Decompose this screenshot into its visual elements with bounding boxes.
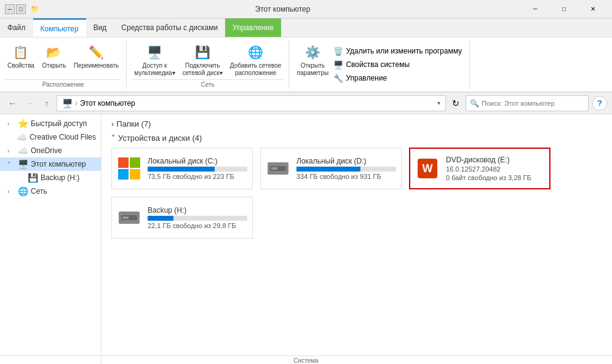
win-close-btn[interactable]: ✕ (579, 0, 607, 18)
folders-chevron: › (111, 119, 114, 129)
address-separator: › (75, 99, 77, 108)
drive-e-subtitle: 16.0.12527.20482 (446, 165, 544, 173)
drive-e[interactable]: W DVD-дисковод (E:) 16.0.12527.20482 0 б… (409, 148, 550, 189)
onedrive-icon: ☁️ (17, 146, 28, 156)
tab-manage[interactable]: Управление (225, 18, 281, 37)
windows-logo (118, 157, 140, 180)
folders-section-header[interactable]: › Папки (7) (111, 119, 602, 129)
btn-open[interactable]: 📂 Открыть (39, 41, 69, 71)
sidebar-item-network[interactable]: › 🌐 Сеть (0, 184, 101, 198)
creative-cloud-label: Creative Cloud Files (30, 133, 96, 141)
location-items: 📋 Свойства 📂 Открыть ✏️ Переименовать (5, 41, 121, 78)
search-icon: 🔍 (470, 99, 479, 108)
btn-remove-program[interactable]: 🗑️ Удалить или изменить программу (331, 45, 464, 57)
drive-d-name: Локальный диск (D:) (296, 157, 396, 165)
win-q-red (118, 157, 129, 168)
btn-manage-system[interactable]: 🔧 Управление (331, 72, 464, 84)
tab-computer[interactable]: Компьютер (33, 18, 86, 37)
sidebar-item-quick-access[interactable]: › ⭐ Быстрый доступ (0, 117, 101, 130)
open-icon: 📂 (44, 42, 64, 62)
drive-d[interactable]: Локальный диск (D:) 334 ГБ свободно из 9… (260, 148, 402, 189)
this-pc-icon: 🖥️ (17, 159, 28, 169)
tab-file[interactable]: Файл (0, 18, 33, 37)
onedrive-chevron: › (7, 148, 15, 154)
address-pc-icon: 🖥️ (62, 98, 73, 108)
media-label: Доступ кмультимедиа▾ (134, 62, 175, 77)
drives-chevron: ˅ (111, 133, 116, 143)
win-q-blue (118, 169, 129, 180)
back-btn[interactable]: ← (5, 96, 20, 111)
onedrive-label: OneDrive (31, 146, 62, 155)
manage-label: Управление (346, 74, 387, 82)
drive-h-bar-bg (148, 216, 247, 221)
add-location-label: Добавить сетевоерасположение (230, 62, 282, 77)
sidebar-item-this-pc[interactable]: ˅ 🖥️ Этот компьютер (0, 157, 101, 171)
hdd-h-svg (117, 209, 141, 226)
ribbon-group-system: ⚙️ Открытьпараметры 🗑️ Удалить или измен… (289, 40, 470, 89)
btn-system-props[interactable]: 🖥️ Свойства системы (331, 58, 464, 71)
ribbon-group-network: 🖥️ Доступ кмультимедиа▾ 💾 Подключитьсете… (127, 40, 289, 89)
drive-d-info: Локальный диск (D:) 334 ГБ свободно из 9… (296, 157, 396, 180)
title-bar: ─ □ 📁 Этот компьютер ─ □ ✕ (0, 0, 612, 18)
remove-program-label: Удалить или изменить программу (346, 47, 462, 55)
win-minimize-btn[interactable]: ─ (521, 0, 549, 18)
system-group-label: Система (0, 355, 612, 364)
address-path: Этот компьютер (80, 99, 135, 108)
window-actions: ─ □ ✕ (521, 0, 607, 18)
drive-c-icon (117, 156, 141, 181)
minimize-btn[interactable]: ─ (5, 4, 15, 14)
settings-label: Открытьпараметры (297, 62, 329, 77)
sidebar-item-onedrive[interactable]: › ☁️ OneDrive (0, 144, 101, 157)
btn-open-settings[interactable]: ⚙️ Открытьпараметры (294, 41, 331, 88)
win-maximize-btn[interactable]: □ (550, 0, 578, 18)
drive-c-bar-fill (148, 167, 215, 172)
drive-c[interactable]: Локальный диск (C:) 73,5 ГБ свободно из … (111, 148, 253, 189)
network-group-label: Сеть (132, 79, 284, 88)
btn-media[interactable]: 🖥️ Доступ кмультимедиа▾ (132, 41, 177, 78)
svg-rect-7 (122, 216, 129, 219)
address-input[interactable]: 🖥️ › Этот компьютер ▾ (57, 95, 446, 111)
network-label: Сеть (31, 187, 47, 196)
drive-h[interactable]: Backup (H:) 22,1 ГБ свободно из 29,8 ГБ (111, 197, 253, 239)
drive-d-size: 334 ГБ свободно из 931 ГБ (296, 173, 396, 180)
quick-access-chevron: › (7, 121, 15, 127)
drive-c-name: Локальный диск (C:) (148, 157, 247, 165)
btn-add-location[interactable]: 🌐 Добавить сетевоерасположение (228, 41, 284, 78)
search-box: 🔍 (466, 95, 589, 111)
search-input[interactable] (482, 100, 584, 107)
location-group-label: Расположение (5, 79, 121, 88)
map-drive-label: Подключитьсетевой диск▾ (183, 62, 223, 77)
main-area: › ⭐ Быстрый доступ ☁️ Creative Cloud Fil… (0, 114, 612, 364)
ribbon: Файл Компьютер Вид Средства работы с дис… (0, 18, 612, 92)
drives-section-header[interactable]: ˅ Устройства и диски (4) (111, 133, 602, 143)
properties-label: Свойства (7, 62, 34, 69)
network-items: 🖥️ Доступ кмультимедиа▾ 💾 Подключитьсете… (132, 41, 284, 78)
svg-text:W: W (423, 162, 433, 175)
drive-c-size: 73,5 ГБ свободно из 223 ГБ (148, 173, 247, 180)
tab-disk-tools[interactable]: Средства работы с дисками (114, 18, 225, 37)
help-btn[interactable]: ? (592, 96, 607, 111)
address-dropdown[interactable]: ▾ (437, 100, 440, 106)
drive-d-icon (266, 156, 290, 181)
drive-e-icon: W (415, 156, 440, 181)
system-props-label: Свойства системы (346, 60, 410, 69)
sidebar-item-backup-h[interactable]: 💾 Backup (H:) (0, 171, 101, 184)
ribbon-content: 📋 Свойства 📂 Открыть ✏️ Переименовать Ра… (0, 37, 612, 92)
quick-access-icon: ⭐ (17, 119, 28, 129)
quick-access-label: Быстрый доступ (31, 119, 87, 128)
open-label: Открыть (42, 62, 66, 69)
tab-view[interactable]: Вид (86, 18, 114, 37)
up-btn[interactable]: ↑ (39, 96, 54, 111)
maximize-btn[interactable]: □ (16, 4, 26, 14)
drive-h-info: Backup (H:) 22,1 ГБ свободно из 29,8 ГБ (148, 206, 247, 229)
remove-program-icon: 🗑️ (333, 46, 343, 56)
btn-properties[interactable]: 📋 Свойства (5, 41, 37, 71)
drive-d-bar-bg (296, 167, 396, 172)
sidebar-item-creative-cloud[interactable]: ☁️ Creative Cloud Files (0, 130, 101, 144)
forward-btn[interactable]: → (22, 96, 37, 111)
drive-d-bar-fill (296, 167, 360, 172)
btn-rename[interactable]: ✏️ Переименовать (71, 41, 121, 71)
refresh-btn[interactable]: ↻ (448, 96, 463, 111)
drive-h-icon (117, 205, 141, 230)
btn-map-drive[interactable]: 💾 Подключитьсетевой диск▾ (180, 41, 225, 78)
